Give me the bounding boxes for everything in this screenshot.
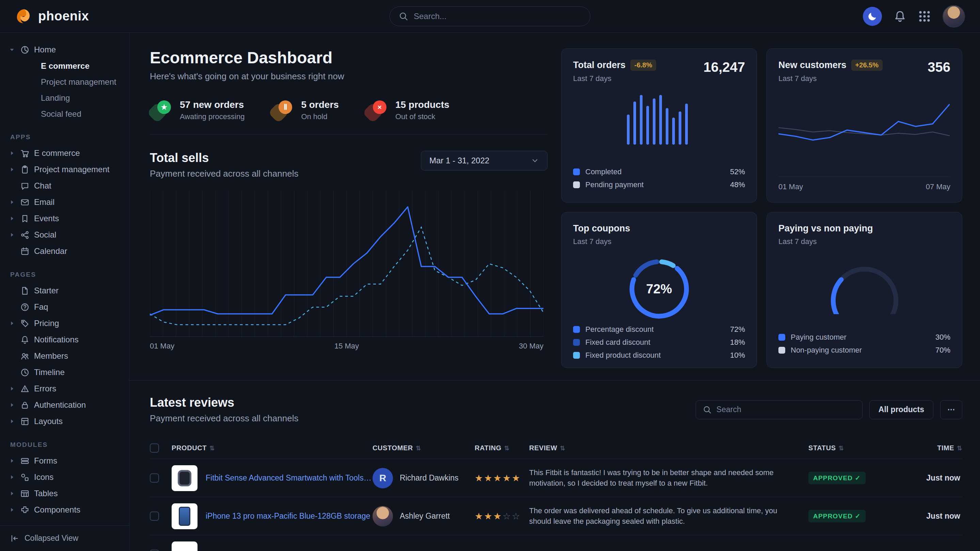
theme-toggle-button[interactable] [863,7,882,26]
reviews-title: Latest reviews [150,395,298,410]
sidebar-item-home[interactable]: Home [8,41,121,58]
coupons-legend: Percentage discount72%Fixed card discoun… [573,323,745,362]
sidebar-item-social[interactable]: Social [8,227,121,243]
sidebar-item-label: Errors [34,384,56,394]
reviews-search[interactable] [696,400,862,419]
user-avatar[interactable] [943,5,965,27]
column-header-customer[interactable]: CUSTOMER⇅ [372,444,475,452]
table-row: iPhone 13 pro max-Pacific Blue-128GB sto… [150,497,962,535]
table-icon [20,489,30,498]
legend-swatch [573,181,580,188]
sidebar-subitem-landing[interactable]: Landing [8,90,121,106]
sidebar-item-events[interactable]: Events [8,210,121,227]
review-time: Just now [892,511,962,521]
sidebar-item-components[interactable]: Components [8,502,121,518]
clipboard-icon [20,165,30,174]
global-search-input[interactable] [414,11,581,21]
stat-out-of-stock: × 15 products Out of stock [365,99,449,121]
column-header-product[interactable]: PRODUCT⇅ [172,444,372,452]
column-header-status[interactable]: STATUS⇅ [808,444,892,452]
legend-value: 48% [730,180,745,189]
reviews-search-input[interactable] [716,405,855,414]
customer-avatar: R [372,468,393,488]
sidebar-item-starter[interactable]: Starter [8,283,121,299]
sidebar-item-icons[interactable]: Icons [8,469,121,485]
customer-name: Richard Dawkins [400,473,459,483]
caret-right-icon [8,385,16,392]
collapsed-view-toggle[interactable]: Collapsed View [0,525,129,551]
sidebar-item-notifications[interactable]: Notifications [8,332,121,348]
sidebar-item-pricing[interactable]: Pricing [8,315,121,332]
sidebar-item-timeline[interactable]: Timeline [8,364,121,381]
legend-label: Completed [585,167,621,176]
legend-value: 10% [730,351,745,360]
sidebar: HomeE commerceProject managementLandingS… [0,33,129,551]
row-checkbox[interactable] [150,549,159,551]
column-header-time[interactable]: TIME⇅ [892,444,962,452]
product-link[interactable]: iPhone 13 pro max-Pacific Blue-128GB sto… [206,511,370,521]
stats-row: ★ 57 new orders Awating processing Ⅱ 5 o… [150,99,547,121]
sort-icon: ⇅ [560,445,566,452]
sidebar-item-project-management[interactable]: Project management [8,161,121,178]
sidebar-item-errors[interactable]: Errors [8,381,121,397]
legend-value: 18% [730,338,745,347]
row-checkbox[interactable] [150,511,159,521]
legend-value: 70% [935,346,950,355]
sidebar-item-label: Pricing [34,319,59,328]
sidebar-item-members[interactable]: Members [8,348,121,364]
global-search[interactable] [390,6,590,26]
customer-name: Ashley Garrett [400,511,450,521]
navbar-actions [863,5,965,27]
review-time: Just now [892,473,962,483]
review-text: This Fitbit is fantastic! I was trying t… [529,468,795,489]
product-image [172,503,197,529]
sidebar-item-authentication[interactable]: Authentication [8,397,121,413]
sidebar-item-chat[interactable]: Chat [8,178,121,194]
caret-right-icon [8,215,16,222]
column-header-review[interactable]: REVIEW⇅ [529,444,808,452]
legend-swatch [573,352,580,359]
legend-swatch [778,334,785,341]
all-products-button[interactable]: All products [869,400,933,419]
product-link[interactable]: Fitbit Sense Advanced Smartwatch with To… [206,473,372,483]
paying-legend: Paying customer30%Non-paying customer70% [778,331,950,357]
select-all-checkbox[interactable] [150,443,159,453]
customer-avatar [372,506,393,527]
sidebar-item-layouts[interactable]: Layouts [8,413,121,429]
sidebar-item-label: E commerce [34,148,80,158]
row-checkbox[interactable] [150,473,159,483]
sidebar-item-faq[interactable]: Faq [8,299,121,315]
notifications-button[interactable] [894,10,907,23]
legend-label: Paying customer [791,333,846,342]
stat-subtitle: Awating processing [180,112,245,121]
sidebar-item-tables[interactable]: Tables [8,485,121,502]
legend-label: Fixed product discount [585,351,660,360]
date-range-select[interactable]: Mar 1 - 31, 2022 [421,151,547,170]
legend-item: Non-paying customer70% [778,344,950,357]
legend-swatch [573,339,580,346]
mail-icon [20,198,30,207]
sidebar-item-e-commerce[interactable]: E commerce [8,145,121,161]
sidebar-item-label: Events [34,214,59,223]
reviews-table: PRODUCT⇅ CUSTOMER⇅ RATING⇅ REVIEW⇅ STATU… [150,437,962,551]
stat-subtitle: On hold [301,112,339,121]
sidebar-subitem-social-feed[interactable]: Social feed [8,106,121,122]
reviews-table-body: Fitbit Sense Advanced Smartwatch with To… [150,459,962,551]
sidebar-item-email[interactable]: Email [8,194,121,210]
sidebar-subitem-e-commerce[interactable]: E commerce [8,58,121,74]
more-options-button[interactable]: ⋯ [940,400,962,419]
caret-spacer [8,336,16,343]
sidebar-nav: HomeE commerceProject managementLandingS… [0,33,129,525]
legend-label: Pending payment [585,180,644,189]
sidebar-item-forms[interactable]: Forms [8,453,121,469]
sidebar-item-label: Forms [34,456,57,465]
sidebar-item-calendar[interactable]: Calendar [8,243,121,259]
sidebar-item-label: Tables [34,489,57,498]
legend-label: Non-paying customer [791,346,862,355]
sidebar-item-label: Starter [34,286,59,295]
column-header-rating[interactable]: RATING⇅ [475,444,529,452]
brand[interactable]: phoenix [15,8,89,25]
sidebar-subitem-project-management[interactable]: Project management [8,74,121,90]
x-label: 01 May [778,183,803,191]
apps-grid-button[interactable] [918,10,931,23]
